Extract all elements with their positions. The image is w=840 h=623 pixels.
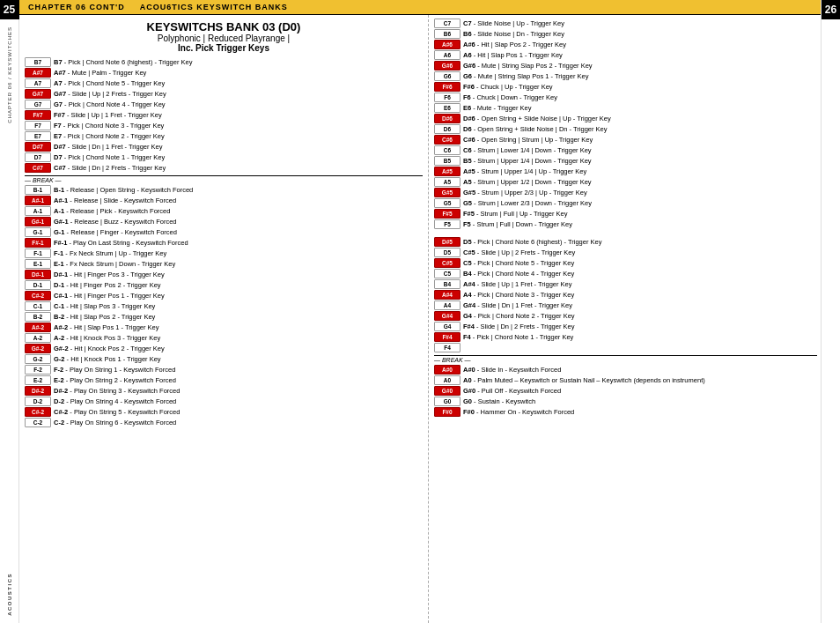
note-row: E-1E-1 - Fx Neck Strum | Down - Trigger … <box>25 259 423 269</box>
header-chapter: CHAPTER 06 CONT'D <box>28 3 125 11</box>
note-key: C-1 <box>25 301 51 311</box>
note-desc: A6 - Hit | Slap Pos 1 - Trigger Key <box>463 51 563 59</box>
left-title: KEYSWITCHS BANK 03 (D0) Polyphonic | Red… <box>25 20 423 53</box>
note-row: G#5G#5 - Strum | Upper 2/3 | Up - Trigge… <box>434 188 817 197</box>
note-row: G#7G#7 - Slide | Up | 2 Frets - Trigger … <box>25 89 423 99</box>
note-row: A#7A#7 - Mute | Palm - Trigger Key <box>25 68 423 78</box>
right-note-list: C7C7 - Slide Noise | Up - Trigger KeyB6B… <box>434 19 817 417</box>
note-desc: C#5 - Slide | Up | 2 Frets - Trigger Key <box>463 248 575 256</box>
note-desc: B7 - Pick | Chord Note 6 (highest) - Tri… <box>54 58 192 66</box>
note-row: A7A7 - Pick | Chord Note 5 - Trigger Key <box>25 78 423 88</box>
note-key: B-1 <box>25 185 51 195</box>
note-key: A0 <box>434 375 461 385</box>
note-row: D5C#5 - Slide | Up | 2 Frets - Trigger K… <box>434 248 817 257</box>
note-desc: A#-1 - Release | Slide - Keyswitch Force… <box>54 197 176 204</box>
note-row: G6G6 - Mute | String Slap Pos 1 - Trigge… <box>434 71 817 81</box>
note-desc: E6 - Mute - Trigger Key <box>463 104 532 112</box>
note-key: A#6 <box>434 40 461 49</box>
note-desc: F#-1 - Play On Last String - Keyswitch F… <box>54 239 188 247</box>
note-desc: D-2 - Play On String 4 - Keyswitch Force… <box>54 397 176 405</box>
note-key: G#4 <box>434 311 461 321</box>
note-desc: E7 - Pick | Chord Note 2 - Trigger Key <box>54 132 165 140</box>
note-desc: C6 - Strum | Lower 1/4 | Down - Trigger … <box>463 146 592 154</box>
note-row: A#6A#6 - Hit | Slap Pos 2 - Trigger Key <box>434 40 817 49</box>
note-key: F#0 <box>434 407 461 417</box>
note-row: C-2C-2 - Play On String 6 - Keyswitch Fo… <box>25 418 423 427</box>
note-row: A#5A#5 - Strum | Upper 1/4 | Up - Trigge… <box>434 167 817 176</box>
note-key: G4 <box>434 322 461 331</box>
note-key: A#7 <box>25 68 51 78</box>
note-desc: A-1 - Release | Pick - Keyswitch Forced <box>54 207 170 215</box>
note-desc: B-1 - Release | Open String - Keyswitch … <box>54 186 193 194</box>
left-note-list: B7B7 - Pick | Chord Note 6 (highest) - T… <box>25 57 423 427</box>
note-row: G#-2G#-2 - Hit | Knock Pos 2 - Trigger K… <box>25 344 423 353</box>
note-row: C-1C-1 - Hit | Slap Pos 3 - Trigger Key <box>25 301 423 311</box>
note-key: G#7 <box>25 89 51 99</box>
note-row: D-1D-1 - Hit | Finger Pos 2 - Trigger Ke… <box>25 280 423 290</box>
note-row: C#7C#7 - Slide | Dn | 2 Frets - Trigger … <box>25 163 423 173</box>
note-key: A5 <box>434 177 461 187</box>
note-row: D-2D-2 - Play On String 4 - Keyswitch Fo… <box>25 397 423 406</box>
note-key: C#6 <box>434 135 461 145</box>
left-column: KEYSWITCHS BANK 03 (D0) Polyphonic | Red… <box>19 15 429 623</box>
note-desc: A#6 - Hit | Slap Pos 2 - Trigger Key <box>463 41 566 48</box>
note-row: A#-2A#-2 - Hit | Slap Pos 1 - Trigger Ke… <box>25 323 423 332</box>
note-desc: F4 - Pick | Chord Note 1 - Trigger Key <box>463 333 573 341</box>
note-desc: A0 - Palm Muted – Keyswitch or Sustain N… <box>463 376 705 384</box>
note-key: F#-1 <box>25 238 51 248</box>
note-desc: D7 - Pick | Chord Note 1 - Trigger Key <box>54 153 165 161</box>
note-row: G5G5 - Strum | Lower 2/3 | Down - Trigge… <box>434 198 817 208</box>
note-key: G#-1 <box>25 217 51 226</box>
note-key: F-2 <box>25 365 51 375</box>
note-key: C-2 <box>25 418 51 427</box>
note-desc: C#-1 - Hit | Finger Pos 1 - Trigger Key <box>54 292 165 300</box>
note-key: D-1 <box>25 280 51 290</box>
page-tab-left: 25 CHAPTER 06 / KEYSWITCHES ACOUSTICS <box>0 0 19 623</box>
subtitle2: Inc. Pick Trigger Keys <box>25 43 423 53</box>
note-row: A#-1A#-1 - Release | Slide - Keyswitch F… <box>25 196 423 205</box>
note-desc: F#7 - Slide | Up | 1 Fret - Trigger Key <box>54 111 162 119</box>
note-key: D#-2 <box>25 386 51 396</box>
note-desc: E-1 - Fx Neck Strum | Down - Trigger Key <box>54 260 175 268</box>
chapter-side-label: CHAPTER 06 / KEYSWITCHES <box>7 26 12 123</box>
page-tab-right: 26 <box>821 0 840 623</box>
note-desc: G#5 - Strum | Upper 2/3 | Up - Trigger K… <box>463 189 587 197</box>
note-row: F5F5 - Strum | Full | Down - Trigger Key <box>434 219 817 229</box>
note-desc: D#7 - Slide | Dn | 1 Fret - Trigger Key <box>54 143 163 151</box>
note-desc: C#6 - Open String | Strum | Up - Trigger… <box>463 136 593 144</box>
note-key: A#0 <box>434 365 461 375</box>
note-row: F#-1F#-1 - Play On Last String - Keyswit… <box>25 238 423 248</box>
note-desc: F#5 - Strum | Full | Up - Trigger Key <box>463 210 568 218</box>
note-row: C#5C5 - Pick | Chord Note 5 - Trigger Ke… <box>434 258 817 268</box>
note-key: E-2 <box>25 375 51 385</box>
right-column: C7C7 - Slide Noise | Up - Trigger KeyB6B… <box>429 15 821 623</box>
note-desc: C-1 - Hit | Slap Pos 3 - Trigger Key <box>54 302 155 310</box>
note-key: B5 <box>434 156 461 166</box>
page-number-left: 25 <box>0 0 19 19</box>
note-key: B6 <box>434 29 461 39</box>
note-desc: D#-1 - Hit | Finger Pos 3 - Trigger Key <box>54 271 165 278</box>
note-desc: G7 - Pick | Chord Note 4 - Trigger Key <box>54 100 166 108</box>
note-key: G#0 <box>434 386 461 396</box>
note-desc: G#0 - Pull Off - Keyswitch Forced <box>463 387 561 395</box>
note-key: A7 <box>25 78 51 88</box>
note-key: A#4 <box>434 290 461 300</box>
note-key: F#6 <box>434 82 461 92</box>
note-key: D#5 <box>434 237 461 247</box>
note-row: C7C7 - Slide Noise | Up - Trigger Key <box>434 19 817 28</box>
note-desc: G#4 - Slide | Dn | 1 Fret - Trigger Key <box>463 301 572 309</box>
note-row: B-2B-2 - Hit | Slap Pos 2 - Trigger Key <box>25 312 423 322</box>
note-key: A4 <box>434 300 461 310</box>
note-desc: F#0 - Hammer On - Keyswitch Forced <box>463 408 574 416</box>
break-label: — BREAK — <box>434 355 817 363</box>
note-row: C#-2C#-1 - Hit | Finger Pos 1 - Trigger … <box>25 291 423 300</box>
note-row: G-1G-1 - Release | Finger - Keyswitch Fo… <box>25 227 423 237</box>
note-desc: C5 - Pick | Chord Note 5 - Trigger Key <box>463 259 574 267</box>
note-desc: A7 - Pick | Chord Note 5 - Trigger Key <box>54 79 165 87</box>
note-row: A#4A4 - Pick | Chord Note 3 - Trigger Ke… <box>434 290 817 300</box>
note-key: C#7 <box>25 163 51 173</box>
note-desc: F#6 - Chuck | Up - Trigger Key <box>463 83 553 91</box>
header-title: ACOU6TICS KEYSWITCH BANKS <box>140 3 288 11</box>
note-row: G#-1G#-1 - Release | Buzz - Keyswitch Fo… <box>25 217 423 226</box>
note-desc: F#4 - Slide | Dn | 2 Frets - Trigger Key <box>463 323 574 330</box>
